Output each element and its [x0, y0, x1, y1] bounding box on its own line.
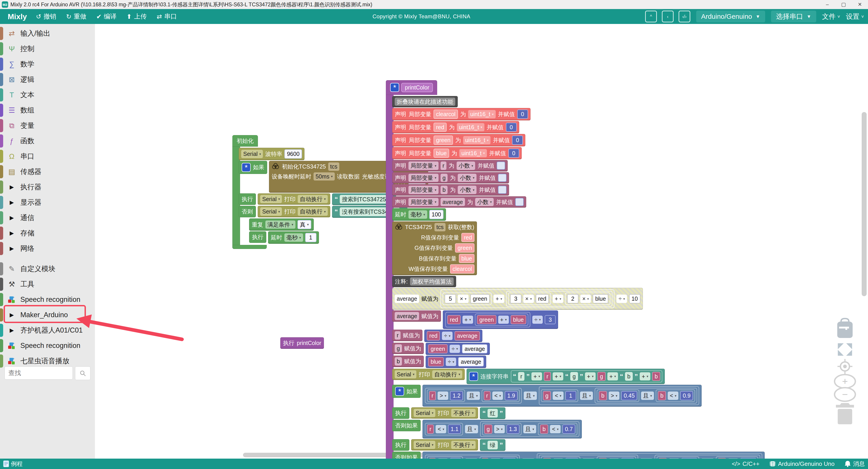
collapse-toolbar-icon[interactable]: ^ — [645, 11, 657, 22]
dropdown-field[interactable]: uint16_t▾ — [457, 123, 485, 132]
string-literal[interactable]: r — [518, 372, 524, 381]
sidebar-item-actuator[interactable]: ▶执行器 — [0, 179, 95, 195]
variable-pill[interactable]: r — [544, 372, 551, 381]
khaki-block[interactable]: Serial▾打印自动换行▾ — [258, 206, 330, 217]
red-block[interactable]: 声明局部变量green为uint16_t▾并赋值0 — [392, 134, 525, 146]
green-block[interactable]: 延时毫秒▾1 — [268, 231, 319, 244]
code-view-toggle[interactable]: </> C/C++ — [732, 461, 760, 467]
number-value[interactable]: 0 — [512, 136, 523, 145]
khaki-block[interactable]: Serial▾打印不换行▾ — [411, 439, 478, 451]
field-chip[interactable]: tcs — [328, 162, 340, 171]
dropdown-field[interactable]: 满足条件▾ — [266, 221, 296, 229]
value-input[interactable]: 2 — [567, 294, 579, 303]
operator-dropdown[interactable]: +▾ — [608, 372, 618, 381]
value-input[interactable]: average — [458, 357, 484, 366]
variable-pill[interactable]: red — [427, 331, 440, 340]
sidebar-item-comm[interactable]: ▶通信 — [0, 210, 95, 226]
operator-dropdown[interactable]: 且▾ — [523, 425, 536, 433]
variable-pill[interactable]: green — [428, 344, 447, 354]
number-value[interactable]: 1 — [565, 391, 576, 400]
blockly-workspace[interactable]: + − 初始化Serial▾波特率9600*如果初始化TCS34725tcs设备… — [95, 24, 868, 459]
operator-dropdown[interactable]: >▾ — [438, 392, 448, 400]
serial-button[interactable]: ⇄串口 — [157, 12, 177, 21]
statement-label[interactable]: 否则如果 — [392, 420, 421, 431]
tealstr-block[interactable]: “红” — [480, 407, 505, 419]
statement-label[interactable]: *如果 — [239, 161, 267, 174]
value-input[interactable]: 10 — [629, 294, 640, 303]
operator-dropdown[interactable]: 且▾ — [641, 392, 654, 400]
variable-pill[interactable]: green — [477, 315, 496, 325]
variable-pill[interactable]: b — [540, 425, 548, 434]
tealstr-block[interactable]: “绿” — [480, 439, 505, 451]
value-input[interactable]: green — [470, 294, 490, 303]
variable-pill[interactable]: g — [484, 425, 492, 434]
dropdown-field[interactable]: Serial▾ — [414, 409, 435, 417]
value-input[interactable]: red — [536, 294, 549, 303]
center-workspace-icon[interactable] — [831, 359, 859, 374]
variable-pill[interactable]: red — [461, 233, 474, 242]
indigo-block[interactable]: red+▾green+▾blue÷▾3 — [443, 310, 558, 329]
number-value[interactable]: 1.2 — [450, 391, 463, 400]
gear-icon[interactable]: * — [395, 387, 404, 396]
variable-pill[interactable]: blue — [428, 357, 444, 366]
file-menu[interactable]: 文件 ˅ — [822, 12, 840, 21]
value-input[interactable]: 9600 — [284, 149, 302, 159]
dropdown-field[interactable]: Serial▾ — [241, 150, 263, 158]
operator-dropdown[interactable]: <▾ — [553, 392, 563, 400]
number-value[interactable]: 1.1 — [448, 425, 461, 434]
string-literal[interactable]: 绿 — [488, 441, 498, 449]
brown-block[interactable]: TCS34725tcs获取(整数)R值保存到变量redG值保存到变量greenB… — [392, 222, 477, 275]
dropdown-field[interactable]: Serial▾ — [395, 370, 416, 379]
number-value[interactable]: 1.3 — [506, 425, 520, 434]
dropdown-field[interactable]: uint16_t▾ — [459, 149, 487, 158]
undo-button[interactable]: ↺撤销 — [36, 12, 56, 21]
operator-dropdown[interactable]: +▾ — [493, 295, 504, 303]
sidebar-item-custom-module[interactable]: ✎自定义模块 — [0, 261, 95, 276]
operator-dropdown[interactable]: ÷▾ — [446, 358, 456, 366]
operator-dropdown[interactable]: +▾ — [585, 372, 596, 381]
sidebar-item-network[interactable]: ▶网络 — [0, 241, 95, 256]
field-chip[interactable]: b — [395, 357, 402, 366]
dropdown-field[interactable]: 不换行▾ — [451, 409, 475, 417]
vertical-scrollbar[interactable] — [862, 112, 867, 296]
messages-button[interactable]: 消息 — [844, 460, 865, 468]
dropdown-field[interactable]: 局部变量▾ — [408, 198, 438, 206]
operator-dropdown[interactable]: +▾ — [531, 372, 542, 381]
gear-icon[interactable]: * — [469, 372, 478, 381]
variable-pill[interactable]: blue — [434, 149, 449, 158]
zoom-in-button[interactable]: + — [831, 374, 859, 389]
string-literal[interactable]: 红 — [488, 409, 498, 418]
operator-dropdown[interactable]: ÷▾ — [450, 345, 460, 353]
statement-label[interactable]: 执行 — [249, 231, 266, 243]
value-input[interactable]: 3 — [510, 294, 522, 303]
dropdown-field[interactable]: 毫秒▾ — [408, 210, 427, 219]
variable-pill[interactable]: green — [455, 243, 474, 253]
operator-dropdown[interactable]: >▾ — [494, 425, 505, 433]
close-button[interactable]: ✕ — [852, 0, 868, 9]
mauve-block[interactable]: g赋值为 — [392, 343, 424, 354]
dropdown-field[interactable]: uint16_t▾ — [468, 110, 496, 119]
field-chip[interactable]: tcs — [434, 223, 446, 231]
operator-dropdown[interactable]: 且▾ — [465, 425, 478, 433]
statement-label[interactable]: 执行 — [392, 439, 409, 451]
field-chip[interactable]: b — [440, 186, 448, 194]
dropdown-field[interactable]: 自动换行▾ — [298, 195, 328, 203]
operator-dropdown[interactable]: <▾ — [550, 425, 561, 433]
variable-pill[interactable]: g — [543, 391, 551, 400]
board-select[interactable]: Arduino/Genuino ▼ — [696, 11, 765, 22]
examples-button[interactable]: 例程 — [3, 460, 23, 468]
sidebar-item-qihu-robot[interactable]: ▶齐护机器人A01/C01 — [0, 323, 95, 338]
sidebar-item-storage[interactable]: ▶存储 — [0, 226, 95, 241]
dropdown-field[interactable]: Serial▾ — [260, 207, 282, 216]
dropdown-field[interactable]: 自动换行▾ — [432, 370, 462, 379]
green-block[interactable]: 重复满足条件▾真▾ — [249, 219, 314, 231]
board-status[interactable]: Arduino/Genuino Uno — [770, 461, 835, 467]
brand-logo[interactable]: Mixly — [8, 12, 27, 21]
code-panel-icon[interactable]: ‹/› — [679, 11, 690, 22]
mauve-block[interactable]: 声明局部变量▾average为小数▾并赋值 — [392, 196, 526, 208]
function-name-chip[interactable]: printColor — [401, 83, 433, 92]
sidebar-item-speech-recognition-2[interactable]: Speech recognition — [0, 338, 95, 353]
mauve-block[interactable]: 声明局部变量▾b为小数▾并赋值 — [392, 184, 509, 196]
string-literal[interactable]: b — [625, 372, 633, 381]
red-block[interactable]: 声明局部变量clearcol为uint16_t▾并赋值0 — [392, 108, 530, 121]
